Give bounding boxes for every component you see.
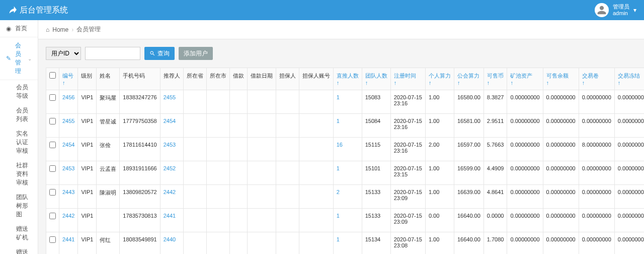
sort-column[interactable]: 矿池资产↑ [510,73,532,86]
id-link[interactable]: 2456 [59,90,78,114]
id-link[interactable]: 2453 [59,161,78,185]
edit-icon: ✎ [6,55,11,62]
member-table: 编号↑级别姓名手机号码推荐人所在省所在市借款借款日期担保人担保人账号直推人数↑团… [46,68,644,254]
dashboard-icon: ◉ [6,25,11,32]
table-row: 2443VIP1陳淑明1380982057224422151332020-07-… [46,185,645,209]
user-name: admin [613,10,629,17]
sidebar-sub-item[interactable]: 团队树形图 [10,190,38,222]
search-icon [149,50,155,56]
sidebar-sub-item[interactable]: 赠送矿机 [10,222,38,245]
direct-link[interactable]: 16 [333,138,362,161]
direct-link[interactable]: 2 [333,185,362,209]
sidebar-home[interactable]: ◉ 首页 [0,20,38,37]
direct-link[interactable]: 1 [333,232,362,255]
sort-column[interactable]: 可售币↑ [487,73,504,86]
direct-link[interactable]: 1 [333,161,362,185]
search-button[interactable]: 查询 [144,47,175,60]
row-checkbox[interactable] [49,165,56,172]
sort-column[interactable]: 交易冻结↑ [618,73,640,86]
id-link[interactable]: 2443 [59,185,78,209]
row-checkbox[interactable] [49,94,56,101]
breadcrumb-home[interactable]: Home [52,26,68,33]
ref-link[interactable]: 2455 [160,90,183,114]
table-row: 2456VIP1聚玛屋1838324727624551150832020-07-… [46,90,645,114]
toolbar: 用户ID 查询 添加用户 批量删除 [38,39,644,68]
row-checkbox[interactable] [49,189,56,196]
direct-link[interactable]: 1 [333,90,362,114]
sidebar-sub-item[interactable]: 会员列表 [10,103,38,126]
filter-select[interactable]: 用户ID [46,47,81,60]
chevron-down-icon: ▾ [633,7,636,14]
ref-link[interactable]: 2441 [160,209,183,232]
id-link[interactable]: 2441 [59,232,78,255]
sort-column[interactable]: 可售余额↑ [546,73,569,86]
breadcrumb: ⌂ Home › 会员管理 [38,20,644,39]
table-row: 2453VIP1云孟喜1893191166624521151012020-07-… [46,161,645,185]
sidebar-sub-item[interactable]: 会员等级 [10,80,38,103]
sort-column[interactable]: 注册时间↑ [394,73,416,86]
table-row: 2442VIP11783573081324411151332020-07-152… [46,209,645,232]
search-input[interactable] [85,47,140,60]
chevron-down-icon: ⌄ [28,56,32,61]
sidebar-submenu: 会员等级会员列表实名认证审核社群资料审核团队树形图赠送矿机赠送矿机记录赠送可售币… [0,80,38,254]
sort-column[interactable]: 编号↑ [62,73,73,86]
id-link[interactable]: 2442 [59,209,78,232]
id-link[interactable]: 2454 [59,138,78,161]
add-user-button[interactable]: 添加用户 [179,47,213,60]
direct-link[interactable]: 1 [333,209,362,232]
breadcrumb-current: 会员管理 [76,25,101,34]
leaf-icon [8,6,17,15]
row-checkbox[interactable] [49,213,56,219]
user-role: 管理员 [613,4,629,10]
sidebar-sub-item[interactable]: 社群资料审核 [10,158,38,190]
app-title: 后台管理系统 [8,5,68,16]
row-checkbox[interactable] [49,118,56,124]
ref-link[interactable]: 2452 [160,161,183,185]
user-menu[interactable]: 管理员 admin ▾ [595,3,636,17]
ref-link[interactable]: 2453 [160,138,183,161]
ref-link[interactable]: 2440 [160,232,183,255]
home-icon: ⌂ [46,26,49,33]
table-row: 2455VIP1管星诚1777975035824541150842020-07-… [46,114,645,138]
id-link[interactable]: 2455 [59,114,78,138]
select-all-checkbox[interactable] [49,72,56,79]
sort-column[interactable]: 交易卷↑ [582,73,599,86]
sort-column[interactable]: 公会算力↑ [457,73,479,86]
sort-column[interactable]: 团队人数↑ [365,73,387,86]
sidebar: ◉ 首页 ✎ 会员管理 ⌄ 会员等级会员列表实名认证审核社群资料审核团队树形图赠… [0,20,38,254]
ref-link[interactable]: 2442 [160,185,183,209]
row-checkbox[interactable] [49,236,56,243]
sort-column[interactable]: 直推人数↑ [337,73,359,86]
sidebar-sub-item[interactable]: 实名认证审核 [10,126,38,158]
row-checkbox[interactable] [49,142,56,148]
sidebar-member-mgmt[interactable]: ✎ 会员管理 ⌄ [0,37,38,80]
direct-link[interactable]: 1 [333,114,362,138]
table-row: 2454VIP1张俭17811614410245316151152020-07-… [46,138,645,161]
sort-column[interactable]: 个人算力↑ [429,73,451,86]
app-header: 后台管理系统 管理员 admin ▾ [0,0,644,20]
avatar-icon [595,3,609,17]
table-row: 2441VIP1何红1808354989124401151342020-07-1… [46,232,645,255]
sidebar-sub-item[interactable]: 赠送矿机记录 [10,245,38,254]
ref-link[interactable]: 2454 [160,114,183,138]
